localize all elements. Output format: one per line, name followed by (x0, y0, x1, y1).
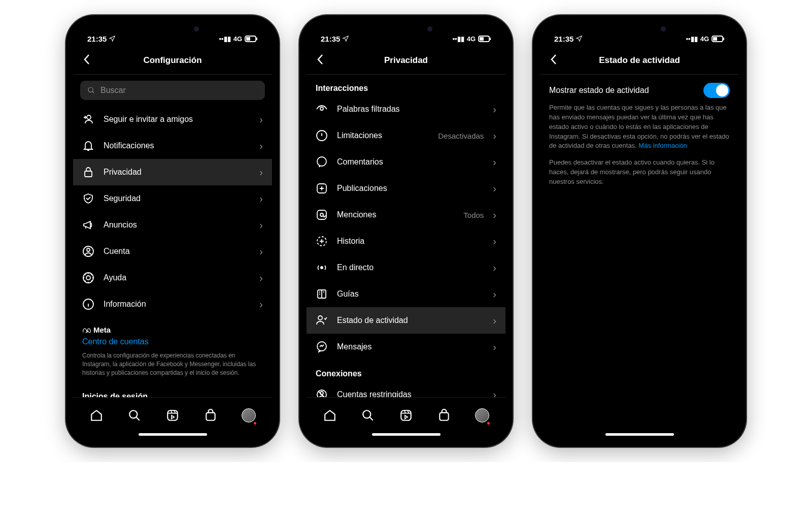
battery-icon (712, 36, 725, 42)
more-info-link[interactable]: Más información (638, 142, 687, 149)
home-indicator[interactable] (372, 433, 441, 436)
svg-point-24 (321, 267, 323, 269)
location-arrow-icon (109, 35, 116, 42)
tab-profile[interactable] (475, 408, 489, 423)
row-privacy[interactable]: Privacidad › (73, 159, 272, 185)
chevron-right-icon: › (493, 342, 496, 352)
svg-rect-15 (480, 37, 484, 41)
row-live[interactable]: En directo › (307, 254, 505, 281)
restricted-icon (316, 388, 328, 397)
page-title: Privacidad (307, 55, 505, 66)
avatar-icon (242, 408, 256, 423)
status-time: 21:35 (87, 35, 107, 43)
row-restricted[interactable]: Cuentas restringidas › (307, 381, 505, 397)
back-button[interactable] (80, 53, 93, 68)
section-connections: Conexiones (307, 360, 505, 381)
row-account[interactable]: Cuenta › (73, 238, 272, 265)
tab-reels[interactable] (165, 408, 180, 423)
row-messages[interactable]: Mensajes › (307, 334, 505, 360)
chevron-right-icon: › (493, 263, 496, 273)
notch (599, 22, 680, 37)
search-placeholder: Buscar (100, 86, 126, 95)
row-comments[interactable]: Comentarios › (307, 149, 505, 175)
home-indicator[interactable] (139, 433, 207, 436)
tab-bar (73, 397, 272, 430)
location-arrow-icon (576, 35, 583, 42)
row-posts[interactable]: Publicaciones › (307, 175, 505, 202)
chevron-right-icon: › (493, 131, 496, 141)
network-label: 4G (700, 35, 709, 43)
tab-profile[interactable] (242, 408, 256, 423)
live-icon (316, 262, 328, 274)
back-button[interactable] (547, 53, 560, 68)
tab-home[interactable] (323, 408, 337, 423)
row-value: Desactivadas (438, 132, 484, 140)
chevron-right-icon: › (493, 210, 496, 220)
search-icon (87, 86, 95, 94)
signal-icon: ▪▪▮▮ (452, 35, 464, 43)
tab-shop[interactable] (437, 408, 451, 423)
chevron-right-icon: › (493, 236, 496, 246)
row-notifications[interactable]: Notificaciones › (73, 133, 272, 159)
row-limits[interactable]: Limitaciones Desactivadas › (307, 122, 505, 149)
row-info[interactable]: Información › (73, 291, 272, 317)
page-title: Configuración (73, 55, 272, 66)
network-label: 4G (233, 35, 242, 43)
row-activity-status[interactable]: Estado de actividad › (307, 307, 505, 334)
chevron-left-icon (550, 54, 557, 65)
chevron-right-icon: › (493, 183, 496, 193)
row-invite[interactable]: Seguir e invitar a amigos › (73, 106, 272, 133)
svg-rect-13 (206, 413, 215, 420)
svg-rect-1 (246, 37, 250, 41)
alert-icon (316, 129, 328, 142)
section-interactions: Interacciones (307, 75, 505, 96)
svg-point-9 (86, 276, 90, 280)
tab-home[interactable] (89, 408, 104, 423)
status-time: 21:35 (554, 35, 573, 43)
tab-bar (307, 397, 505, 430)
shield-icon (82, 192, 94, 205)
activity-status-toggle[interactable] (703, 83, 730, 98)
battery-icon (478, 36, 491, 42)
row-filtered-words[interactable]: Palabras filtradas › (307, 96, 505, 122)
chevron-right-icon: › (493, 390, 496, 397)
row-security[interactable]: Seguridad › (73, 185, 272, 212)
back-button[interactable] (314, 53, 327, 68)
info-icon (82, 298, 94, 310)
description-2: Puedes desactivar el estado activo cuand… (540, 158, 739, 194)
meta-section: Meta Centro de cuentas Controla la confi… (73, 317, 272, 382)
chevron-right-icon: › (259, 246, 263, 256)
row-mentions[interactable]: Menciones Todos › (307, 202, 505, 228)
chevron-right-icon: › (493, 315, 496, 326)
row-story[interactable]: Historia › (307, 228, 505, 254)
meta-description: Controla la configuración de experiencia… (82, 349, 263, 377)
meta-logo: Meta (82, 326, 263, 334)
chevron-right-icon: › (493, 104, 496, 114)
row-help[interactable]: Ayuda › (73, 265, 272, 291)
phone-frame-2: 21:35 ▪▪▮▮ 4G Privacidad Interacciones P… (299, 15, 513, 447)
tab-search[interactable] (361, 408, 375, 423)
help-icon (82, 272, 94, 284)
row-ads[interactable]: Anuncios › (73, 212, 272, 238)
bell-icon (82, 140, 94, 152)
avatar-icon (475, 408, 489, 423)
row-guides[interactable]: Guías › (307, 281, 505, 307)
search-input[interactable]: Buscar (80, 81, 265, 100)
at-icon (316, 209, 328, 221)
logins-title: Inicios de sesión (73, 382, 272, 397)
phone-frame-3: 21:35 ▪▪▮▮ 4G Estado de actividad Mostra… (533, 15, 746, 447)
header: Privacidad (307, 49, 505, 75)
home-indicator[interactable] (605, 433, 674, 436)
svg-point-17 (320, 107, 323, 110)
chevron-left-icon (317, 54, 324, 65)
svg-rect-35 (723, 38, 724, 40)
chevron-right-icon: › (259, 114, 263, 124)
toggle-row-activity: Mostrar estado de actividad (540, 75, 739, 103)
chevron-left-icon (83, 54, 90, 65)
plus-square-icon (316, 182, 328, 194)
tab-search[interactable] (127, 408, 142, 423)
tab-reels[interactable] (399, 408, 413, 423)
tab-shop[interactable] (204, 408, 218, 423)
toggle-label: Mostrar estado de actividad (549, 86, 649, 95)
accounts-center-link[interactable]: Centro de cuentas (82, 334, 263, 349)
